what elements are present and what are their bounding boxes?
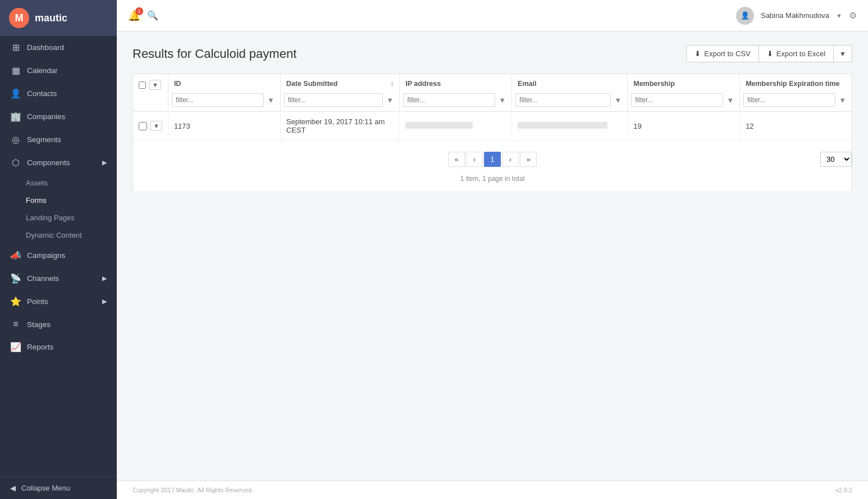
date-sort-icon[interactable]: ↕	[390, 80, 394, 88]
settings-icon[interactable]: ⚙	[849, 10, 857, 21]
sidebar-item-segments[interactable]: ◎ Segments	[0, 128, 117, 151]
page-header: Results for Calculoid payment ⬇ Export t…	[133, 45, 852, 62]
channels-icon: 📡	[10, 273, 21, 284]
sidebar-item-dynamic-content[interactable]: Dynamic Content	[0, 226, 117, 244]
sidebar-item-label: Points	[27, 297, 48, 306]
row-ip-cell	[400, 112, 512, 140]
components-arrow: ▶	[102, 159, 107, 166]
export-excel-icon: ⬇	[767, 49, 773, 58]
campaigns-icon: 📣	[10, 250, 21, 261]
expiration-filter-button[interactable]: ▼	[837, 95, 848, 106]
components-icon: ⬡	[10, 157, 21, 168]
collapse-menu-button[interactable]: ◀ Collapse Menu	[0, 477, 117, 499]
export-csv-icon: ⬇	[695, 49, 701, 58]
calendar-icon: ▦	[10, 65, 21, 76]
export-dropdown-button[interactable]: ▼	[834, 45, 852, 62]
pagination-summary: 1 item, 1 page in total	[133, 175, 852, 192]
last-page-button[interactable]: »	[520, 152, 537, 167]
select-all-checkbox[interactable]	[139, 81, 146, 89]
membership-filter-button[interactable]: ▼	[724, 95, 736, 106]
page-1-button[interactable]: 1	[484, 152, 501, 167]
notification-badge: 1	[135, 7, 143, 15]
sidebar-item-stages[interactable]: ≡ Stages	[0, 313, 117, 335]
channels-arrow: ▶	[102, 275, 107, 282]
points-arrow: ▶	[102, 298, 107, 305]
sidebar-item-reports[interactable]: 📈 Reports	[0, 335, 117, 359]
col-header-email: Email ▼	[512, 74, 628, 112]
per-page-select: 10 20 30 50 100	[820, 152, 852, 167]
action-buttons: ⬇ Export to CSV ⬇ Export to Excel ▼	[686, 45, 852, 62]
dashboard-icon: ⊞	[10, 42, 21, 53]
membership-filter-input[interactable]	[631, 93, 723, 107]
sidebar-item-label: Stages	[27, 320, 51, 329]
date-filter-input[interactable]	[284, 93, 383, 107]
row-date-value: September 19, 2017 10:11 am CEST	[286, 117, 385, 134]
id-filter-button[interactable]: ▼	[265, 95, 277, 106]
sidebar-item-label: Campaigns	[27, 251, 65, 260]
sidebar-item-dashboard[interactable]: ⊞ Dashboard	[0, 36, 117, 59]
stages-icon: ≡	[10, 319, 21, 329]
user-dropdown-arrow[interactable]: ▼	[836, 12, 842, 19]
prev-page-button[interactable]: ‹	[466, 152, 483, 167]
sidebar-item-assets[interactable]: Assets	[0, 174, 117, 192]
sidebar-item-points[interactable]: ⭐ Points ▶	[0, 290, 117, 313]
sidebar-item-components[interactable]: ⬡ Components ▶	[0, 151, 117, 174]
row-expiration-value: 12	[746, 122, 753, 130]
row-id-cell: 1173	[168, 112, 280, 140]
id-filter-input[interactable]	[172, 93, 264, 107]
segments-icon: ◎	[10, 134, 21, 145]
topbar-right: 👤 Sabina Makhmudova ▼ ⚙	[736, 7, 857, 25]
search-button[interactable]: 🔍	[147, 10, 158, 21]
sidebar-item-label: Dashboard	[27, 43, 64, 52]
ip-filter-button[interactable]: ▼	[496, 95, 508, 106]
expiration-filter-input[interactable]	[743, 93, 835, 107]
version-text: v2.9.2	[835, 487, 852, 493]
row-dropdown-button[interactable]: ▼	[150, 121, 162, 131]
pager: « ‹ 1 › »	[448, 152, 537, 167]
copyright-text: Copyright 2017 Mautic. All Rights Reserv…	[133, 487, 253, 493]
col-header-id: ID ▼	[168, 74, 280, 112]
col-label-membership-expiration: Membership Expiration time	[746, 80, 839, 88]
sidebar-item-campaigns[interactable]: 📣 Campaigns	[0, 244, 117, 267]
companies-icon: 🏢	[10, 111, 21, 122]
per-page-dropdown[interactable]: 10 20 30 50 100	[820, 152, 852, 167]
row-check-cell: ▼	[133, 112, 168, 140]
notifications-button[interactable]: 🔔 1	[128, 10, 140, 22]
col-header-check: ▼	[133, 74, 168, 112]
next-page-button[interactable]: ›	[502, 152, 519, 167]
col-header-ip-address: IP address ▼	[400, 74, 512, 112]
table-row: ▼ 1173 September 19, 2017 10:11 am CEST	[133, 112, 852, 140]
row-email-redacted	[518, 122, 607, 129]
logo-icon: M	[9, 8, 29, 28]
sidebar: M mautic ⊞ Dashboard ▦ Calendar 👤 Contac…	[0, 0, 117, 499]
email-filter-button[interactable]: ▼	[612, 95, 624, 106]
date-filter-button[interactable]: ▼	[384, 95, 396, 106]
sidebar-item-contacts[interactable]: 👤 Contacts	[0, 82, 117, 105]
export-excel-button[interactable]: ⬇ Export to Excel	[759, 45, 834, 62]
user-name[interactable]: Sabina Makhmudova	[761, 11, 829, 20]
contacts-icon: 👤	[10, 88, 21, 99]
page-title: Results for Calculoid payment	[133, 47, 296, 61]
sidebar-logo: M mautic	[0, 0, 117, 36]
sidebar-item-calendar[interactable]: ▦ Calendar	[0, 59, 117, 82]
first-page-button[interactable]: «	[448, 152, 465, 167]
sidebar-item-landing-pages[interactable]: Landing Pages	[0, 209, 117, 226]
collapse-label: Collapse Menu	[21, 484, 70, 492]
table-card: ▼ ID ▼	[133, 74, 852, 192]
sidebar-item-forms[interactable]: Forms	[0, 192, 117, 209]
select-dropdown-button[interactable]: ▼	[149, 80, 161, 90]
sidebar-item-label: Contacts	[27, 89, 57, 98]
col-label-id: ID	[174, 80, 181, 88]
pagination-area: « ‹ 1 › » 10 20 30 50 100	[133, 140, 852, 173]
sidebar-item-channels[interactable]: 📡 Channels ▶	[0, 267, 117, 290]
row-membership-value: 19	[633, 122, 641, 130]
email-filter-input[interactable]	[515, 93, 611, 107]
sidebar-item-label: Segments	[27, 135, 61, 144]
sidebar-item-companies[interactable]: 🏢 Companies	[0, 105, 117, 128]
logo-text: mautic	[35, 12, 67, 24]
export-csv-button[interactable]: ⬇ Export to CSV	[686, 45, 759, 62]
collapse-icon: ◀	[10, 484, 16, 492]
col-header-membership: Membership ▼	[628, 74, 740, 112]
row-checkbox[interactable]	[139, 122, 147, 130]
ip-filter-input[interactable]	[403, 93, 495, 107]
